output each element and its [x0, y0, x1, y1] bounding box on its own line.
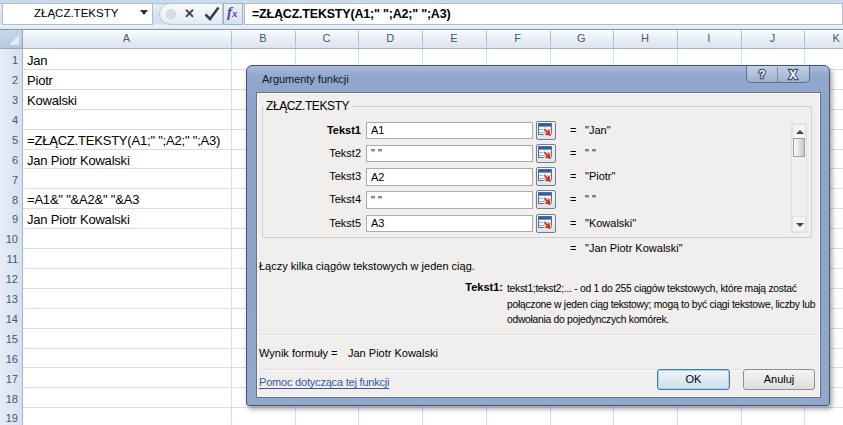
svg-text:?: ? [759, 68, 766, 80]
svg-text:X: X [789, 68, 797, 82]
